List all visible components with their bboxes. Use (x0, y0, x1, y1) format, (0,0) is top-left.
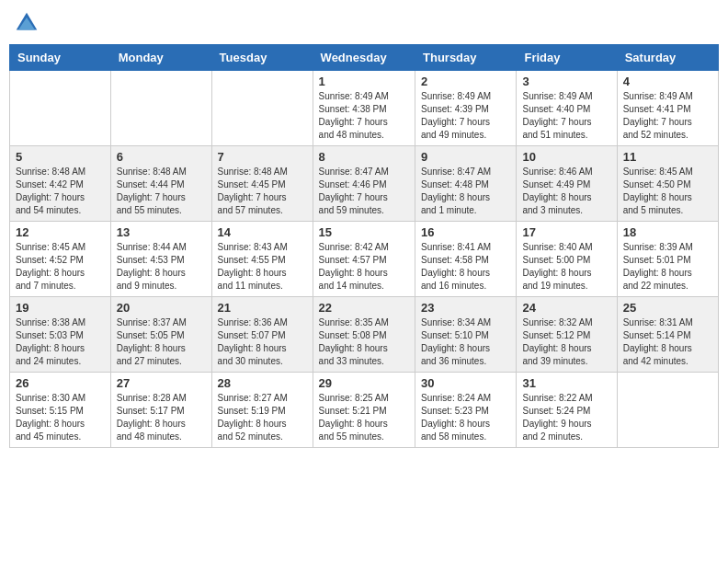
day-info: Sunrise: 8:46 AM Sunset: 4:49 PM Dayligh… (522, 166, 610, 217)
day-number: 10 (522, 150, 610, 164)
day-number: 8 (319, 150, 409, 164)
day-info: Sunrise: 8:35 AM Sunset: 5:08 PM Dayligh… (319, 316, 409, 368)
day-number: 27 (117, 376, 206, 390)
logo-icon (13, 9, 40, 37)
calendar-cell: 20Sunrise: 8:37 AM Sunset: 5:05 PM Dayli… (110, 297, 211, 373)
day-info: Sunrise: 8:22 AM Sunset: 5:24 PM Dayligh… (522, 392, 610, 443)
week-row-0: 1Sunrise: 8:49 AM Sunset: 4:38 PM Daylig… (10, 71, 719, 146)
calendar-cell: 29Sunrise: 8:25 AM Sunset: 5:21 PM Dayli… (313, 373, 415, 448)
day-info: Sunrise: 8:32 AM Sunset: 5:12 PM Dayligh… (522, 316, 610, 368)
day-info: Sunrise: 8:45 AM Sunset: 4:52 PM Dayligh… (16, 241, 105, 293)
day-info: Sunrise: 8:25 AM Sunset: 5:21 PM Dayligh… (319, 392, 409, 443)
calendar-cell: 3Sunrise: 8:49 AM Sunset: 4:40 PM Daylig… (517, 71, 617, 146)
calendar-cell: 23Sunrise: 8:34 AM Sunset: 5:10 PM Dayli… (415, 297, 517, 373)
calendar-cell: 7Sunrise: 8:48 AM Sunset: 4:45 PM Daylig… (211, 146, 313, 222)
day-number: 5 (16, 150, 105, 164)
calendar-cell: 9Sunrise: 8:47 AM Sunset: 4:48 PM Daylig… (415, 146, 517, 222)
calendar-cell: 31Sunrise: 8:22 AM Sunset: 5:24 PM Dayli… (517, 373, 617, 448)
day-info: Sunrise: 8:49 AM Sunset: 4:41 PM Dayligh… (623, 90, 712, 142)
calendar-cell (211, 71, 313, 146)
day-info: Sunrise: 8:31 AM Sunset: 5:14 PM Dayligh… (623, 316, 712, 368)
day-info: Sunrise: 8:43 AM Sunset: 4:55 PM Dayligh… (218, 241, 307, 293)
day-number: 30 (421, 376, 510, 390)
day-number: 21 (218, 301, 307, 315)
calendar-cell: 30Sunrise: 8:24 AM Sunset: 5:23 PM Dayli… (415, 373, 517, 448)
day-info: Sunrise: 8:28 AM Sunset: 5:17 PM Dayligh… (117, 392, 206, 443)
day-number: 17 (522, 225, 610, 239)
calendar-cell: 24Sunrise: 8:32 AM Sunset: 5:12 PM Dayli… (517, 297, 617, 373)
calendar-cell: 5Sunrise: 8:48 AM Sunset: 4:42 PM Daylig… (10, 146, 111, 222)
day-info: Sunrise: 8:49 AM Sunset: 4:39 PM Dayligh… (421, 90, 510, 142)
day-number: 25 (623, 301, 712, 315)
day-number: 7 (218, 150, 307, 164)
page-header (9, 9, 719, 37)
calendar-cell: 25Sunrise: 8:31 AM Sunset: 5:14 PM Dayli… (617, 297, 718, 373)
calendar-header: SundayMondayTuesdayWednesdayThursdayFrid… (10, 45, 719, 71)
day-number: 29 (319, 376, 409, 390)
day-info: Sunrise: 8:27 AM Sunset: 5:19 PM Dayligh… (218, 392, 307, 443)
calendar-cell: 28Sunrise: 8:27 AM Sunset: 5:19 PM Dayli… (211, 373, 313, 448)
day-number: 26 (16, 376, 105, 390)
calendar-cell: 4Sunrise: 8:49 AM Sunset: 4:41 PM Daylig… (617, 71, 718, 146)
day-info: Sunrise: 8:42 AM Sunset: 4:57 PM Dayligh… (319, 241, 409, 293)
day-info: Sunrise: 8:30 AM Sunset: 5:15 PM Dayligh… (16, 392, 105, 443)
day-info: Sunrise: 8:44 AM Sunset: 4:53 PM Dayligh… (117, 241, 206, 293)
day-number: 13 (117, 225, 206, 239)
day-number: 14 (218, 225, 307, 239)
calendar-cell: 21Sunrise: 8:36 AM Sunset: 5:07 PM Dayli… (211, 297, 313, 373)
calendar: SundayMondayTuesdayWednesdayThursdayFrid… (9, 44, 719, 448)
day-number: 20 (117, 301, 206, 315)
header-friday: Friday (517, 45, 617, 71)
header-saturday: Saturday (617, 45, 718, 71)
calendar-cell: 22Sunrise: 8:35 AM Sunset: 5:08 PM Dayli… (313, 297, 415, 373)
calendar-cell: 11Sunrise: 8:45 AM Sunset: 4:50 PM Dayli… (617, 146, 718, 222)
calendar-cell: 1Sunrise: 8:49 AM Sunset: 4:38 PM Daylig… (313, 71, 415, 146)
day-info: Sunrise: 8:24 AM Sunset: 5:23 PM Dayligh… (421, 392, 510, 443)
day-number: 18 (623, 225, 712, 239)
day-info: Sunrise: 8:49 AM Sunset: 4:38 PM Dayligh… (319, 90, 409, 142)
day-number: 9 (421, 150, 510, 164)
day-info: Sunrise: 8:41 AM Sunset: 4:58 PM Dayligh… (421, 241, 510, 293)
day-number: 6 (117, 150, 206, 164)
header-tuesday: Tuesday (211, 45, 313, 71)
day-info: Sunrise: 8:48 AM Sunset: 4:44 PM Dayligh… (117, 166, 206, 217)
calendar-body: 1Sunrise: 8:49 AM Sunset: 4:38 PM Daylig… (10, 71, 719, 448)
calendar-cell: 10Sunrise: 8:46 AM Sunset: 4:49 PM Dayli… (517, 146, 617, 222)
day-number: 4 (623, 75, 712, 88)
calendar-cell: 27Sunrise: 8:28 AM Sunset: 5:17 PM Dayli… (110, 373, 211, 448)
day-number: 11 (623, 150, 712, 164)
calendar-cell (617, 373, 718, 448)
day-info: Sunrise: 8:40 AM Sunset: 5:00 PM Dayligh… (522, 241, 610, 293)
day-number: 19 (16, 301, 105, 315)
week-row-1: 5Sunrise: 8:48 AM Sunset: 4:42 PM Daylig… (10, 146, 719, 222)
week-row-2: 12Sunrise: 8:45 AM Sunset: 4:52 PM Dayli… (10, 222, 719, 297)
day-number: 15 (319, 225, 409, 239)
header-wednesday: Wednesday (313, 45, 415, 71)
header-monday: Monday (110, 45, 211, 71)
header-sunday: Sunday (10, 45, 111, 71)
day-info: Sunrise: 8:45 AM Sunset: 4:50 PM Dayligh… (623, 166, 712, 217)
day-info: Sunrise: 8:49 AM Sunset: 4:40 PM Dayligh… (522, 90, 610, 142)
day-number: 24 (522, 301, 610, 315)
day-info: Sunrise: 8:38 AM Sunset: 5:03 PM Dayligh… (16, 316, 105, 368)
calendar-cell: 16Sunrise: 8:41 AM Sunset: 4:58 PM Dayli… (415, 222, 517, 297)
day-number: 16 (421, 225, 510, 239)
day-number: 28 (218, 376, 307, 390)
day-info: Sunrise: 8:48 AM Sunset: 4:45 PM Dayligh… (218, 166, 307, 217)
day-info: Sunrise: 8:47 AM Sunset: 4:46 PM Dayligh… (319, 166, 409, 217)
day-info: Sunrise: 8:36 AM Sunset: 5:07 PM Dayligh… (218, 316, 307, 368)
week-row-4: 26Sunrise: 8:30 AM Sunset: 5:15 PM Dayli… (10, 373, 719, 448)
day-number: 31 (522, 376, 610, 390)
calendar-cell: 12Sunrise: 8:45 AM Sunset: 4:52 PM Dayli… (10, 222, 111, 297)
calendar-cell: 2Sunrise: 8:49 AM Sunset: 4:39 PM Daylig… (415, 71, 517, 146)
calendar-cell: 26Sunrise: 8:30 AM Sunset: 5:15 PM Dayli… (10, 373, 111, 448)
day-number: 3 (522, 75, 610, 88)
day-number: 1 (319, 75, 409, 88)
day-number: 12 (16, 225, 105, 239)
day-number: 22 (319, 301, 409, 315)
day-info: Sunrise: 8:48 AM Sunset: 4:42 PM Dayligh… (16, 166, 105, 217)
day-number: 2 (421, 75, 510, 88)
day-info: Sunrise: 8:39 AM Sunset: 5:01 PM Dayligh… (623, 241, 712, 293)
calendar-cell: 19Sunrise: 8:38 AM Sunset: 5:03 PM Dayli… (10, 297, 111, 373)
calendar-cell: 18Sunrise: 8:39 AM Sunset: 5:01 PM Dayli… (617, 222, 718, 297)
